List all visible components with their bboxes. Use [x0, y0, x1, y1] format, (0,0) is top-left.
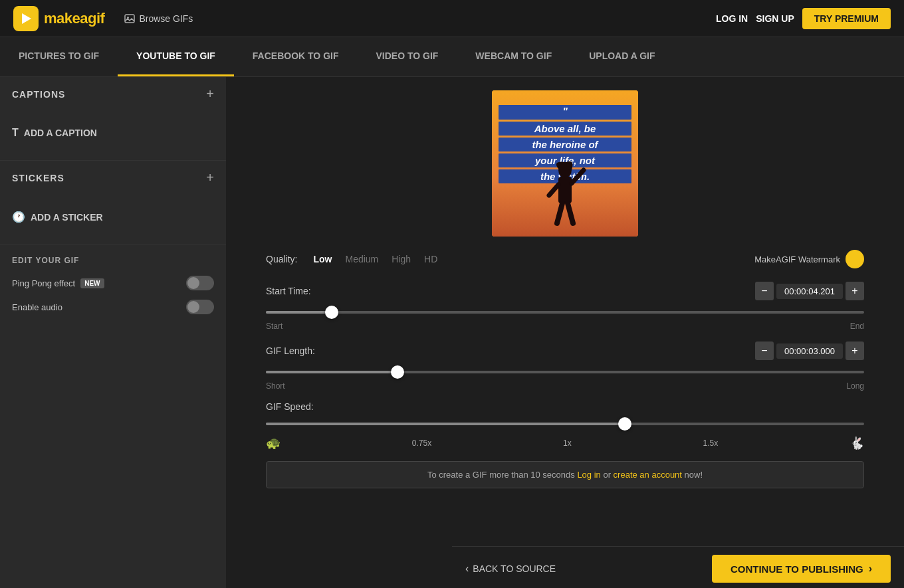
captions-add-icon[interactable]: + — [206, 86, 214, 102]
tab-pictures[interactable]: PICTURES TO GIF — [0, 37, 118, 76]
tab-upload[interactable]: UPLOAD A GIF — [570, 37, 673, 76]
tab-video[interactable]: VIDEO TO GIF — [357, 37, 457, 76]
gif-controls: Quality: Low Medium High HD MakeAGIF Wat… — [266, 250, 864, 488]
image-icon — [124, 13, 135, 24]
start-label-right: End — [850, 322, 864, 331]
audio-toggle[interactable] — [186, 300, 214, 314]
stickers-add-icon[interactable]: + — [206, 170, 214, 185]
chevron-right-icon: › — [869, 563, 872, 575]
add-caption-button[interactable]: T ADD A CAPTION — [12, 122, 97, 144]
signup-button[interactable]: SIGN UP — [756, 13, 794, 24]
start-fill — [266, 311, 332, 314]
info-text: To create a GIF more than 10 seconds — [427, 470, 577, 480]
watermark-label: MakeAGIF Watermark — [754, 254, 840, 264]
ping-pong-knob — [187, 277, 199, 289]
quality-low[interactable]: Low — [313, 254, 332, 264]
svg-marker-0 — [22, 13, 31, 24]
gif-length-row: GIF Length: − 00:00:03.000 + Short Lon — [266, 342, 864, 391]
start-time-decrease[interactable]: − — [755, 282, 774, 300]
svg-line-5 — [572, 170, 584, 183]
premium-button[interactable]: TRY PREMIUM — [802, 8, 891, 29]
captions-content: T ADD A CAPTION — [0, 111, 226, 160]
svg-line-8 — [568, 203, 573, 223]
gif-length-header: GIF Length: − 00:00:03.000 + — [266, 342, 864, 360]
start-slider-labels: Start End — [266, 322, 864, 331]
stickers-title: STICKERS — [12, 173, 64, 183]
logo-svg — [18, 11, 34, 27]
speed-1-5x: 1.5x — [703, 439, 718, 448]
start-time-increase[interactable]: + — [846, 282, 864, 300]
info-create-link[interactable]: create an account — [614, 470, 682, 480]
login-button[interactable]: LOG IN — [716, 13, 748, 24]
edit-title: EDIT YOUR GIF — [12, 256, 214, 265]
audio-label: Enable audio — [12, 302, 62, 312]
start-time-slider[interactable] — [266, 306, 864, 319]
sidebar: CAPTIONS + T ADD A CAPTION STICKERS + 🕐 … — [0, 77, 226, 588]
browse-gifs-link[interactable]: Browse GIFs — [124, 13, 193, 24]
audio-row: Enable audio — [12, 300, 214, 314]
audio-knob — [187, 301, 199, 313]
gif-preview-inner: " Above all, be the heroine of your life… — [492, 90, 638, 237]
length-increase[interactable]: + — [846, 342, 864, 360]
watermark-toggle[interactable] — [846, 250, 864, 268]
logo-text: makeagif — [44, 10, 104, 27]
quality-label: Quality: — [266, 254, 297, 264]
quality-high[interactable]: High — [392, 254, 411, 264]
ping-pong-label: Ping Pong effect NEW — [12, 278, 104, 288]
speed-slider[interactable] — [266, 417, 864, 431]
header-actions: LOG IN SIGN UP TRY PREMIUM — [716, 8, 891, 29]
quote-line-2: Above all, be — [499, 122, 631, 136]
back-to-source-button[interactable]: ‹ BACK TO SOURCE — [465, 563, 556, 575]
logo-a: a — [80, 10, 88, 27]
continue-label: CONTINUE TO PUBLISHING — [731, 563, 863, 575]
svg-rect-4 — [558, 177, 572, 203]
quality-medium[interactable]: Medium — [345, 254, 378, 264]
info-login-link[interactable]: Log in — [577, 470, 600, 480]
logo: makeagif — [13, 6, 104, 31]
new-badge: NEW — [80, 278, 104, 288]
start-time-label: Start Time: — [266, 286, 311, 296]
svg-line-7 — [557, 203, 562, 223]
add-sticker-button[interactable]: 🕐 ADD A STICKER — [12, 205, 103, 229]
logo-make: make — [44, 10, 80, 27]
captions-header[interactable]: CAPTIONS + — [0, 77, 226, 111]
ping-pong-toggle[interactable] — [186, 276, 214, 290]
gif-speed-row: GIF Speed: 🐢 0.75x 1x 1.5x 🐇 — [266, 401, 864, 450]
stickers-header[interactable]: STICKERS + — [0, 161, 226, 195]
back-label: BACK TO SOURCE — [473, 563, 556, 574]
length-label-left: Short — [266, 381, 285, 391]
svg-line-6 — [549, 185, 558, 195]
speed-thumb[interactable] — [618, 417, 631, 431]
continue-to-publishing-button[interactable]: CONTINUE TO PUBLISHING › — [712, 555, 891, 583]
nav-tabs: PICTURES TO GIF YOUTUBE TO GIF FACEBOOK … — [0, 37, 904, 77]
content-area: " Above all, be the heroine of your life… — [226, 77, 904, 588]
gif-speed-label: GIF Speed: — [266, 401, 864, 412]
gif-length-slider[interactable] — [266, 365, 864, 379]
quality-hd[interactable]: HD — [424, 254, 437, 264]
length-slider-labels: Short Long — [266, 381, 864, 391]
length-fill — [266, 371, 397, 373]
chevron-left-icon: ‹ — [465, 563, 469, 575]
length-thumb[interactable] — [391, 365, 404, 379]
speed-slow-icon: 🐢 — [266, 436, 281, 450]
stickers-section: STICKERS + 🕐 ADD A STICKER — [0, 161, 226, 245]
edit-section: EDIT YOUR GIF Ping Pong effect NEW Enabl… — [0, 245, 226, 334]
tab-webcam[interactable]: WEBCAM TO GIF — [457, 37, 570, 76]
length-track — [266, 371, 864, 373]
info-or: or — [603, 470, 613, 480]
quote-line-3: the heroine of — [499, 138, 631, 151]
logo-icon — [13, 6, 39, 31]
start-time-header: Start Time: − 00:00:04.201 + — [266, 282, 864, 300]
add-sticker-label: ADD A STICKER — [31, 212, 103, 223]
length-decrease[interactable]: − — [755, 342, 774, 360]
add-caption-label: ADD A CAPTION — [24, 128, 97, 138]
speed-1x: 1x — [563, 439, 572, 448]
tab-youtube[interactable]: YOUTUBE TO GIF — [118, 37, 234, 76]
start-thumb[interactable] — [325, 306, 338, 319]
text-icon: T — [12, 127, 19, 139]
stickers-content: 🕐 ADD A STICKER — [0, 195, 226, 245]
watermark-row: MakeAGIF Watermark — [754, 250, 864, 268]
tab-facebook[interactable]: FACEBOOK TO GIF — [234, 37, 358, 76]
gif-length-display: 00:00:03.000 — [776, 343, 843, 359]
footer-bar: ‹ BACK TO SOURCE CONTINUE TO PUBLISHING … — [452, 546, 904, 588]
